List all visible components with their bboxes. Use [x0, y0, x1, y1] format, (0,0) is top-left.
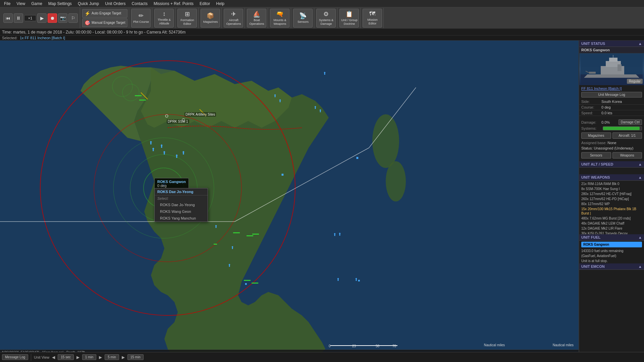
unit-friendly-3[interactable]: ⬆: [161, 149, 168, 156]
unit-east-2[interactable]: ⬆: [317, 108, 324, 114]
magazines-action-button[interactable]: Magazines: [581, 132, 611, 139]
doctrine-button[interactable]: 📋 Unit / Group Doctrine: [339, 9, 359, 27]
menu-game[interactable]: Game: [29, 1, 45, 7]
sensors-button[interactable]: 📡 Sensors: [293, 9, 313, 27]
time-step-5min[interactable]: 5 min: [105, 354, 119, 360]
unit-ground-2[interactable]: ▬▬: [139, 98, 146, 101]
weapons-action-button[interactable]: Weapons: [612, 152, 642, 159]
menu-view[interactable]: View: [14, 1, 28, 7]
unit-south-4[interactable]: ▬: [214, 242, 217, 245]
nm-70: 70: [392, 344, 396, 348]
unit-snav-6[interactable]: ⬆: [355, 277, 358, 282]
systems-button[interactable]: ⚙ Systems & Damage: [316, 9, 336, 27]
rewind-button[interactable]: ⏮: [3, 13, 13, 23]
next-15sec-icon[interactable]: ▶: [76, 355, 79, 360]
weapon-5[interactable]: 15x 20mm/100 Mk15 Phalanx Blk 1B Burst |: [581, 206, 642, 216]
time-step-1min[interactable]: 1 min: [82, 354, 96, 360]
weapon-1[interactable]: 8x SSM-700K Hae Sung I: [581, 186, 642, 191]
speed-value: 0.0 kts: [601, 111, 642, 115]
context-menu: ROKS Dae Jo-Yeong Select: ROKS Dae Jo-Ye…: [154, 188, 208, 222]
unit-snav-7[interactable]: ⬆: [336, 277, 340, 282]
menu-map-settings[interactable]: Map Settings: [46, 1, 74, 7]
damage-ctrl-button[interactable]: Damage Ctrl: [619, 119, 642, 125]
auto-engage-button[interactable]: ⚡ Auto Engage Target: [82, 9, 127, 18]
ctx-item-dae-jo-yeong[interactable]: ROKS Dae Jo-Yeong: [155, 201, 208, 208]
unit-snav-2[interactable]: ⬆: [338, 232, 341, 237]
weapon-7[interactable]: 48x DAGAIE Mk2 LEM Chaff: [581, 221, 642, 226]
unit-snav-9[interactable]: ■: [358, 279, 360, 282]
unit-snav-4[interactable]: ⬆: [231, 245, 234, 250]
unit-friendly-5[interactable]: ⬆: [180, 149, 187, 156]
throttle-button[interactable]: ↕ Throttle & Altitude: [154, 9, 174, 27]
plot-course-button[interactable]: ✏ Plot Course: [131, 9, 151, 27]
speed-display: ×1: [24, 15, 36, 21]
menu-quick-jump[interactable]: Quick Jump: [75, 1, 102, 7]
menu-missions[interactable]: Missions + Ref. Points: [151, 1, 196, 7]
unit-snav-3[interactable]: ⬆: [333, 232, 336, 237]
prev-icon[interactable]: ◀: [52, 355, 55, 360]
unit-snav-1[interactable]: ⬆: [214, 224, 218, 229]
next-5min-icon[interactable]: ▶: [122, 355, 125, 360]
playback-group: ⏮ ⏸ ×1 ▶ ⏺ 📷 ⚐: [1, 8, 80, 28]
ctx-item-yang-manchun[interactable]: ROKS Yang Manchun: [155, 215, 208, 222]
unit-east-4[interactable]: ■: [279, 171, 286, 178]
aircraft-action-button[interactable]: Aircraft: 1/1: [612, 132, 642, 139]
mounts-button[interactable]: 🔫 Mounts & Weapons: [270, 9, 289, 27]
unit-east-3[interactable]: ■: [354, 155, 361, 161]
message-log-bottom-button[interactable]: Message Log: [2, 354, 28, 360]
aircraft-ops-button[interactable]: ✈ Aircraft Operations: [224, 9, 243, 27]
unit-snav-5[interactable]: ⬆: [228, 263, 231, 268]
weapon-6[interactable]: 480x 7.62mm MG Burst [20 rnds]: [581, 216, 642, 221]
menu-unit-orders[interactable]: Unit Orders: [102, 1, 128, 7]
unit-snav-8[interactable]: ■: [245, 282, 247, 286]
weapons-section-collapse[interactable]: ▲: [638, 175, 642, 179]
alt-speed-collapse[interactable]: ▲: [638, 162, 642, 166]
sensors-action-button[interactable]: Sensors: [581, 152, 611, 159]
unit-south-3[interactable]: ▬▬: [252, 232, 259, 235]
magazines-button[interactable]: 📦 Magazines: [201, 9, 220, 27]
unit-south-5[interactable]: ▬▬: [244, 278, 251, 282]
weapon-0[interactable]: 21x RIM-116A RAM Blk 0: [581, 181, 642, 186]
emcon-section-collapse[interactable]: ▲: [638, 264, 642, 268]
unit-north-1[interactable]: ⬆: [321, 70, 328, 77]
weapon-2[interactable]: 280x 127mm/62 HE-CVT [HiFraq]: [581, 191, 642, 196]
unit-friendly-6[interactable]: ⬆: [148, 139, 154, 146]
next-1min-icon[interactable]: ▶: [99, 355, 102, 360]
record-button[interactable]: ⏺: [48, 13, 57, 23]
svg-point-2: [386, 161, 406, 201]
mission-editor-button[interactable]: 🗺 Mission Editor: [363, 9, 382, 27]
emcon-section-header: UNIT EMCON ▲: [579, 263, 644, 270]
unit-south-6[interactable]: ▬▬: [252, 281, 258, 284]
fuel-section-collapse[interactable]: ▲: [638, 235, 642, 239]
menu-contacts[interactable]: Contacts: [129, 1, 150, 7]
time-step-15min[interactable]: 15 min: [127, 354, 144, 360]
menu-editor[interactable]: Editor: [197, 1, 213, 7]
manual-engage-button[interactable]: 🎯 Manual Engage Target: [82, 18, 127, 27]
time-step-15sec[interactable]: 15 sec: [58, 354, 73, 360]
unit-friendly-4[interactable]: ⬆: [173, 153, 180, 160]
formation-button[interactable]: ⊞ Formation Editor: [177, 9, 197, 27]
unit-link[interactable]: FF 811 Incheon [Batch I]: [579, 85, 644, 92]
weapon-8[interactable]: 12x DAGAIE Mk2 LIR Flare: [581, 226, 642, 231]
menu-file[interactable]: File: [1, 1, 13, 7]
unit-north-3[interactable]: ⬆: [277, 98, 283, 104]
camera-button[interactable]: 📷: [58, 13, 67, 23]
unit-friendly-2[interactable]: ⬆: [150, 146, 157, 153]
weapon-3[interactable]: 260x 127mm/62 HE-PD [HiCap]: [581, 196, 642, 201]
unit-status-collapse[interactable]: ▲: [638, 42, 642, 46]
selected-unit: 1x FF 811 Incheon [Batch I]: [20, 36, 65, 40]
weapon-9[interactable]: 30x K/SLQ-261 Torpedo Decoy: [581, 231, 642, 234]
play-button[interactable]: ▶: [37, 13, 47, 23]
unit-ground-1[interactable]: ▬▬: [135, 93, 142, 97]
message-log-button[interactable]: Unit Message Log: [581, 92, 642, 98]
ctx-item-wang-geon[interactable]: ROKS Wang Geon: [155, 208, 208, 215]
map-area[interactable]: ✚ ⬆ ⬆ ⬆ ⬆ ⬆ ⬆ ⬆ ⬆ ⬆ ⬆ ⬆ ■ ■ ▬▬ ▬▬ ▬▬ ▬▬ …: [0, 41, 579, 359]
bookmark-button[interactable]: ⚐: [68, 13, 78, 23]
unit-friendly-1[interactable]: ⬆: [158, 143, 165, 149]
unit-south-1[interactable]: ▬▬: [233, 230, 240, 234]
menu-help[interactable]: Help: [213, 1, 227, 7]
weapon-4[interactable]: 80x 127mm/62 WP: [581, 201, 642, 206]
course-label: Course:: [581, 105, 601, 109]
pause-button[interactable]: ⏸: [14, 13, 23, 23]
boat-ops-button[interactable]: ⛵ Boat Operations: [247, 9, 266, 27]
